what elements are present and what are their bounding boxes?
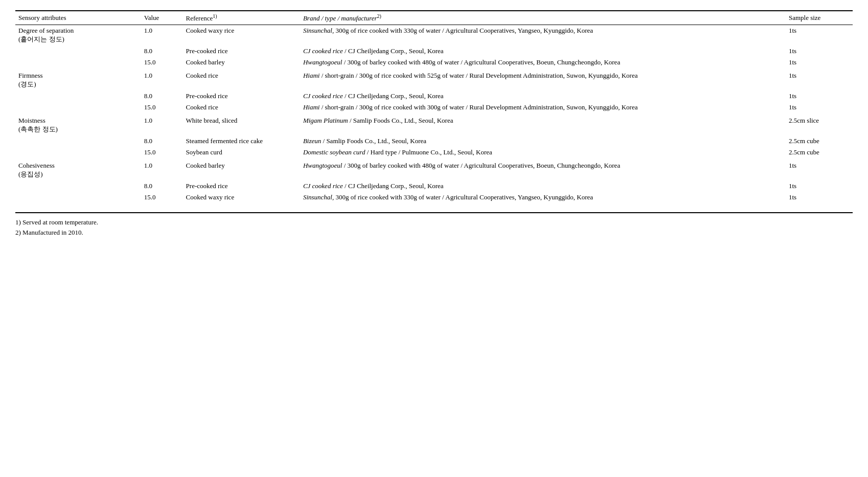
sensory-attribute: Firmness(경도) [15, 70, 141, 90]
reference-cell: White bread, sliced [183, 115, 300, 135]
sample-cell: 1ts [786, 46, 853, 57]
sample-cell: 1ts [786, 70, 853, 90]
sensory-attribute: Degree of separation(흩어지는 정도) [15, 25, 141, 46]
reference-cell: Pre-cooked rice [183, 90, 300, 102]
value-cell: 15.0 [141, 102, 183, 113]
header-value: Value [141, 11, 183, 25]
header-reference: Reference1) [183, 11, 300, 25]
sensory-attribute [15, 192, 141, 203]
table-row: 8.0Steamed fermented rice cakeBizeun / S… [15, 135, 853, 147]
brand-cell: Sinsunchal, 300g of rice cooked with 330… [300, 25, 786, 46]
table-row: Firmness(경도)1.0Cooked riceHiami / short-… [15, 70, 853, 90]
header-sample: Sample size [786, 11, 853, 25]
table-row: Degree of separation(흩어지는 정도)1.0Cooked w… [15, 25, 853, 46]
table-row: 8.0Pre-cooked riceCJ cooked rice / CJ Ch… [15, 46, 853, 57]
sample-cell: 1ts [786, 57, 853, 68]
table-row: 8.0Pre-cooked riceCJ cooked rice / CJ Ch… [15, 180, 853, 192]
table-row: 8.0Pre-cooked riceCJ cooked rice / CJ Ch… [15, 90, 853, 102]
reference-cell: Cooked waxy rice [183, 25, 300, 46]
sensory-attribute [15, 180, 141, 192]
value-cell: 1.0 [141, 160, 183, 180]
value-cell: 1.0 [141, 115, 183, 135]
brand-cell: CJ cooked rice / CJ Cheiljedang Corp., S… [300, 90, 786, 102]
table-row: Moistness(촉촉한 정도)1.0White bread, slicedM… [15, 115, 853, 135]
value-cell: 15.0 [141, 147, 183, 158]
reference-cell: Soybean curd [183, 147, 300, 158]
reference-cell: Cooked barley [183, 160, 300, 180]
sensory-attribute: Cohesiveness(응집성) [15, 160, 141, 180]
header-sensory: Sensory attributes [15, 11, 141, 25]
reference-cell: Steamed fermented rice cake [183, 135, 300, 147]
sample-cell: 2.5cm slice [786, 115, 853, 135]
sensory-attribute [15, 46, 141, 57]
reference-cell: Pre-cooked rice [183, 46, 300, 57]
value-cell: 1.0 [141, 70, 183, 90]
footnotes-section: 1) Served at room temperature. 2) Manufa… [15, 212, 853, 237]
sample-cell: 1ts [786, 90, 853, 102]
brand-cell: CJ cooked rice / CJ Cheiljedang Corp., S… [300, 180, 786, 192]
brand-cell: Hwangtogoeul / 300g of barley cooked wit… [300, 160, 786, 180]
reference-cell: Cooked rice [183, 70, 300, 90]
value-cell: 15.0 [141, 57, 183, 68]
value-cell: 15.0 [141, 192, 183, 203]
footnote-2: 2) Manufactured in 2010. [15, 229, 853, 237]
sample-cell: 1ts [786, 160, 853, 180]
header-brand: Brand / type / manufacturer2) [300, 11, 786, 25]
brand-cell: Hiami / short-grain / 300g of rice cooke… [300, 70, 786, 90]
sensory-attribute [15, 147, 141, 158]
brand-cell: Sinsunchal, 300g of rice cooked with 330… [300, 192, 786, 203]
sensory-attribute [15, 57, 141, 68]
value-cell: 8.0 [141, 180, 183, 192]
sensory-attribute [15, 102, 141, 113]
reference-cell: Cooked barley [183, 57, 300, 68]
value-cell: 8.0 [141, 90, 183, 102]
value-cell: 1.0 [141, 25, 183, 46]
sample-cell: 2.5cm cube [786, 147, 853, 158]
sensory-attribute: Moistness(촉촉한 정도) [15, 115, 141, 135]
brand-cell: Bizeun / Samlip Foods Co., Ltd., Seoul, … [300, 135, 786, 147]
reference-cell: Cooked waxy rice [183, 192, 300, 203]
brand-cell: Migam Platinum / Samlip Foods Co., Ltd.,… [300, 115, 786, 135]
sensory-attribute [15, 135, 141, 147]
value-cell: 8.0 [141, 135, 183, 147]
sensory-attribute [15, 90, 141, 102]
table-row: 15.0Cooked waxy riceSinsunchal, 300g of … [15, 192, 853, 203]
sample-cell: 1ts [786, 102, 853, 113]
sample-cell: 2.5cm cube [786, 135, 853, 147]
reference-cell: Pre-cooked rice [183, 180, 300, 192]
brand-cell: CJ cooked rice / CJ Cheiljedang Corp., S… [300, 46, 786, 57]
brand-cell: Domestic soybean curd / Hard type / Pulm… [300, 147, 786, 158]
table-row: Cohesiveness(응집성)1.0Cooked barleyHwangto… [15, 160, 853, 180]
value-cell: 8.0 [141, 46, 183, 57]
footnote-1: 1) Served at room temperature. [15, 218, 853, 226]
brand-cell: Hiami / short-grain / 300g of rice cooke… [300, 102, 786, 113]
sample-cell: 1ts [786, 192, 853, 203]
table-row: 15.0Cooked riceHiami / short-grain / 300… [15, 102, 853, 113]
main-table: Sensory attributes Value Reference1) Bra… [15, 10, 853, 203]
table-row: 15.0Soybean curdDomestic soybean curd / … [15, 147, 853, 158]
reference-cell: Cooked rice [183, 102, 300, 113]
sample-cell: 1ts [786, 180, 853, 192]
brand-cell: Hwangtogoeul / 300g of barley cooked wit… [300, 57, 786, 68]
table-row: 15.0Cooked barleyHwangtogoeul / 300g of … [15, 57, 853, 68]
sample-cell: 1ts [786, 25, 853, 46]
